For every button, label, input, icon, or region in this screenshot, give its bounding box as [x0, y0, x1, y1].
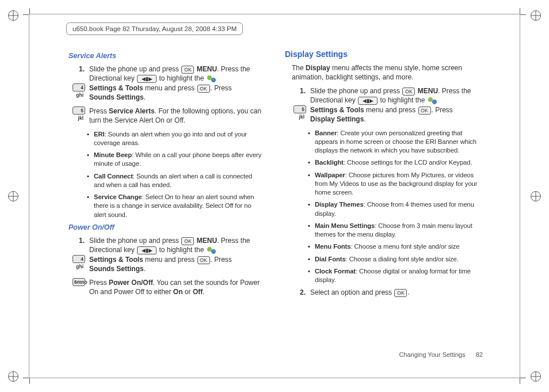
footer-page: 82 — [476, 351, 483, 358]
bullet-text: : Choose settings for the LCD and/or Key… — [344, 159, 472, 166]
step-text: . Press — [211, 256, 232, 264]
page-footer: Changing Your Settings 82 — [399, 351, 483, 358]
list-item: Main Menu Settings: Choose from 3 main m… — [309, 222, 485, 239]
display-settings-steps-2: 2. Select an option and press OK. — [300, 288, 485, 297]
right-column: Display Settings The Display menu affect… — [285, 49, 485, 355]
list-item: Display Themes: Choose from 4 themes use… — [309, 200, 485, 218]
step-text: Slide the phone up and press — [89, 237, 181, 245]
step-text: . Press — [432, 106, 453, 114]
registration-mark-icon — [531, 10, 541, 21]
list-item: 1. Slide the phone up and press OK MENU.… — [79, 236, 264, 273]
bullet-text: : Sounds an alert when you go into and o… — [94, 131, 247, 146]
step-text: . Press — [211, 84, 232, 92]
intro-text: The — [292, 64, 306, 72]
step-text: . — [364, 115, 365, 123]
step-text: . — [203, 288, 204, 296]
step-text: or — [183, 288, 193, 296]
list-item: 2. Press 5 jkl Service Alerts. For the f… — [79, 106, 264, 125]
step-text: Sounds Settings — [89, 265, 144, 273]
step-text: Display Settings — [310, 115, 364, 123]
page-header-meta: u650.book Page 82 Thursday, August 28, 2… — [66, 22, 243, 35]
content-area: Service Alerts 1. Slide the phone up and… — [64, 49, 485, 355]
list-item: 2. Select an option and press OK. — [300, 288, 485, 297]
dpad-key-icon: ◀▮▶ — [358, 97, 378, 105]
step-text: Service Alerts — [109, 107, 155, 115]
key-4-icon: 4 ghi — [73, 83, 85, 92]
step-text: MENU — [418, 87, 438, 95]
page-frame: u650.book Page 82 Thursday, August 28, 2… — [29, 14, 520, 378]
registration-mark-icon — [531, 371, 541, 382]
heading-power-onoff: Power On/Off — [68, 223, 264, 233]
step-number: 2. — [293, 288, 306, 297]
dpad-key-icon: ◀▮▶ — [137, 75, 157, 83]
dpad-key-icon: ◀▮▶ — [137, 246, 157, 254]
footer-section: Changing Your Settings — [399, 351, 465, 358]
list-item: 1. Slide the phone up and press OK MENU.… — [79, 64, 264, 102]
step-text: menu and press — [143, 256, 197, 264]
step-text: Off — [193, 288, 203, 296]
step-text: Select an option and press — [310, 288, 394, 296]
step-text: Power On/Off — [109, 279, 153, 287]
bullet-label: Display Themes — [315, 201, 364, 208]
step-text: . — [144, 265, 146, 273]
step-text: Settings & Tools — [89, 256, 143, 264]
ok-key-icon: OK — [402, 87, 415, 96]
ok-key-icon: OK — [418, 106, 431, 115]
step-text: Slide the phone up and press — [89, 65, 181, 73]
bullet-label: Main Menu Settings — [315, 222, 375, 229]
ok-key-icon: OK — [197, 85, 210, 93]
step-text: to highlight the — [159, 246, 205, 254]
step-text: to highlight the — [380, 96, 426, 104]
list-item: Dial Fonts: Choose a dialing font style … — [309, 255, 485, 264]
key-5-icon: 5 jkl — [293, 105, 306, 113]
service-alerts-bullets: ERI: Sounds an alert when you go into an… — [88, 130, 264, 219]
service-alerts-steps: 1. Slide the phone up and press OK MENU.… — [79, 64, 264, 125]
heading-service-alerts: Service Alerts — [68, 51, 264, 61]
display-settings-bullets: Banner: Create your own personalized gre… — [309, 129, 485, 285]
step-text: . — [144, 93, 146, 101]
bullet-label: ERI — [94, 131, 105, 138]
step-text: menu and press — [143, 84, 197, 92]
list-item: Minute Beep: While on a call your phone … — [88, 151, 264, 169]
bullet-label: Call Connect — [94, 173, 133, 180]
display-settings-steps: 1. Slide the phone up and press OK MENU.… — [300, 86, 485, 124]
ok-key-icon: OK — [181, 237, 194, 245]
list-item: Call Connect: Sounds an alert when a cal… — [88, 172, 264, 190]
step-text: Settings & Tools — [89, 84, 143, 92]
registration-mark-icon — [8, 191, 18, 201]
bullet-label: Clock Format — [315, 268, 356, 275]
step-text: On — [173, 288, 183, 296]
ok-key-icon: OK — [197, 256, 210, 264]
step-text: menu and press — [364, 106, 418, 114]
ok-key-icon: OK — [394, 289, 407, 297]
ok-key-icon: OK — [181, 66, 194, 74]
bullet-label: Dial Fonts — [315, 256, 346, 262]
bullet-label: Menu Fonts — [315, 243, 350, 250]
list-item: Wallpaper: Choose pictures from My Pictu… — [309, 171, 485, 197]
step-number: 1. — [293, 86, 306, 96]
settings-tools-icon — [427, 96, 437, 105]
list-item: 1. Slide the phone up and press OK MENU.… — [300, 86, 485, 124]
bullet-label: Wallpaper — [315, 172, 345, 178]
list-item: Clock Format: Choose digital or analog f… — [309, 267, 485, 285]
step-number: 1. — [72, 64, 85, 74]
step-text: Sounds Settings — [89, 93, 144, 101]
step-text: . — [407, 288, 409, 296]
step-text: Settings & Tools — [310, 106, 364, 114]
settings-tools-icon — [206, 246, 216, 255]
intro-text: The Display menu affects the menu style,… — [292, 63, 485, 82]
bullet-label: Service Change — [94, 193, 142, 200]
registration-mark-icon — [8, 10, 18, 21]
heading-display-settings: Display Settings — [285, 49, 485, 60]
key-4-icon: 4 ghi — [73, 255, 85, 263]
key-6-icon: 6mno — [73, 278, 85, 286]
list-item: Menu Fonts: Choose a menu font style and… — [309, 242, 485, 251]
list-item: ERI: Sounds an alert when you go into an… — [88, 130, 264, 148]
power-onoff-steps: 1. Slide the phone up and press OK MENU.… — [79, 236, 264, 297]
list-item: Banner: Create your own personalized gre… — [309, 129, 485, 155]
list-item: 2. Press 6mno Power On/Off. You can set … — [79, 278, 264, 296]
bullet-text: : Choose a dialing font style and/or siz… — [346, 256, 459, 262]
step-text: Press — [89, 279, 109, 287]
step-text: to highlight the — [159, 74, 205, 82]
key-5-icon: 5 jkl — [73, 106, 85, 115]
